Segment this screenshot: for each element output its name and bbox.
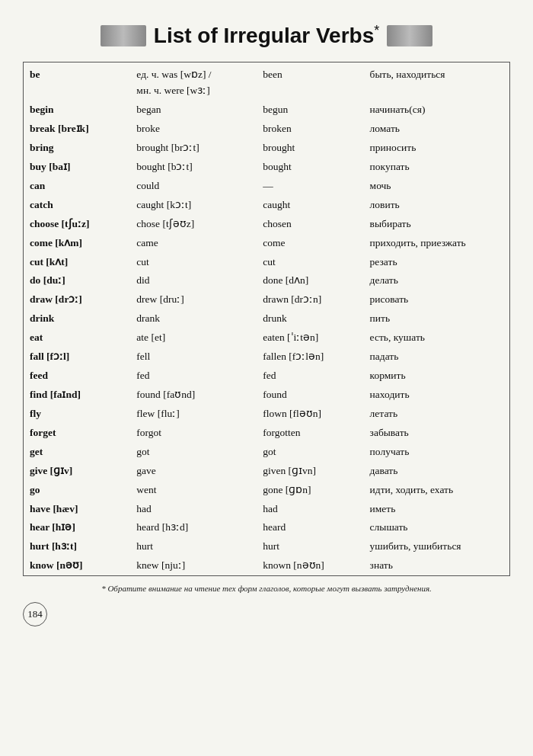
verb-past-simple: drank [130, 309, 257, 328]
verb-past-simple: flew [fluː] [130, 405, 257, 424]
verb-past-simple: got [130, 443, 257, 462]
verb-past-simple: bought [bɔːt] [130, 158, 257, 177]
table-row: drinkdrankdrunkпить [24, 309, 509, 328]
table-row: cut [kʌt]cutcutрезать [24, 253, 509, 272]
verb-table-wrapper: beед. ч. was [wɒz] /мн. ч. were [wɜː]bee… [23, 62, 510, 576]
table-row: catchcaught [kɔːt]caughtловить [24, 196, 509, 215]
page-number: 184 [23, 602, 47, 626]
verb-past-participle: gone [ɡɒn] [257, 481, 363, 500]
table-row: eatate [et]eaten [ˈiːtən]есть, кушать [24, 328, 509, 348]
verb-translation: пить [364, 309, 509, 328]
verb-past-simple: broke [130, 120, 257, 139]
verb-infinitive: have [hæv] [24, 500, 130, 519]
verb-past-simple: began [130, 101, 257, 120]
verb-past-simple: knew [njuː] [130, 556, 257, 575]
verb-translation: ловить [364, 196, 509, 215]
verb-past-participle: come [257, 234, 363, 253]
verb-infinitive: drink [24, 309, 130, 328]
verb-past-simple: went [130, 481, 257, 500]
table-row: choose [tʃuːz]chose [tʃəʊz]chosenвыбират… [24, 215, 509, 234]
verb-translation: выбирать [364, 215, 509, 234]
verb-translation: получать [364, 443, 509, 462]
table-row: gowentgone [ɡɒn]идти, ходить, ехать [24, 481, 509, 500]
verb-infinitive: come [kʌm] [24, 234, 130, 253]
verb-translation: быть, находиться [364, 62, 509, 101]
verb-past-simple: fell [130, 348, 257, 367]
verb-infinitive: know [nəʊ] [24, 556, 130, 575]
verb-past-simple: found [faʊnd] [130, 386, 257, 405]
verb-past-simple: chose [tʃəʊz] [130, 215, 257, 234]
verb-past-participle: given [ɡɪvn] [257, 462, 363, 481]
verb-translation: начинать(ся) [364, 101, 509, 120]
verb-past-simple: brought [brɔːt] [130, 139, 257, 158]
verb-past-participle: caught [257, 196, 363, 215]
table-row: do [duː]diddone [dʌn]делать [24, 271, 509, 290]
title-asterisk: * [374, 23, 379, 38]
table-row: hear [hɪə]heard [hɜːd]heardслышать [24, 518, 509, 537]
verb-past-simple: cut [130, 253, 257, 272]
table-row: give [ɡɪv]gavegiven [ɡɪvn]давать [24, 462, 509, 481]
verb-past-participle: known [nəʊn] [257, 556, 363, 575]
verb-past-participle: done [dʌn] [257, 271, 363, 290]
table-row: getgotgotполучать [24, 443, 509, 462]
verb-translation: покупать [364, 158, 509, 177]
table-row: cancould—мочь [24, 177, 509, 196]
verb-past-simple: caught [kɔːt] [130, 196, 257, 215]
verb-past-participle: eaten [ˈiːtən] [257, 328, 363, 348]
verb-past-participle: had [257, 500, 363, 519]
table-row: break [breɪk]brokebrokenломать [24, 120, 509, 139]
verb-translation: давать [364, 462, 509, 481]
verb-translation: мочь [364, 177, 509, 196]
verb-past-participle: fed [257, 367, 363, 386]
verb-translation: забывать [364, 424, 509, 443]
footnote: * Обратите внимание на чтение тех форм г… [23, 584, 510, 593]
verb-past-simple: heard [hɜːd] [130, 518, 257, 537]
verb-past-participle: bought [257, 158, 363, 177]
verb-infinitive: cut [kʌt] [24, 253, 130, 272]
verb-infinitive: catch [24, 196, 130, 215]
verb-past-simple: ед. ч. was [wɒz] /мн. ч. were [wɜː] [130, 62, 257, 101]
table-row: have [hæv]hadhadиметь [24, 500, 509, 519]
verb-past-participle: drunk [257, 309, 363, 328]
table-row: fall [fɔːl]fellfallen [fɔːlən]падать [24, 348, 509, 367]
table-row: hurt [hɜːt]hurthurtушибить, ушибиться [24, 537, 509, 556]
verb-past-simple: hurt [130, 537, 257, 556]
verb-infinitive: find [faɪnd] [24, 386, 130, 405]
verb-past-participle: — [257, 177, 363, 196]
verb-past-participle: got [257, 443, 363, 462]
table-row: find [faɪnd]found [faʊnd]foundнаходить [24, 386, 509, 405]
verb-past-participle: drawn [drɔːn] [257, 290, 363, 309]
verb-translation: резать [364, 253, 509, 272]
verb-infinitive: fly [24, 405, 130, 424]
verb-infinitive: draw [drɔː] [24, 290, 130, 309]
verb-infinitive: give [ɡɪv] [24, 462, 130, 481]
verb-translation: идти, ходить, ехать [364, 481, 509, 500]
verb-infinitive: hurt [hɜːt] [24, 537, 130, 556]
table-row: feedfedfedкормить [24, 367, 509, 386]
verb-infinitive: feed [24, 367, 130, 386]
page-title: List of Irregular Verbs* [154, 23, 379, 48]
verb-past-simple: could [130, 177, 257, 196]
title-bar: List of Irregular Verbs* [23, 23, 510, 48]
verb-past-participle: forgotten [257, 424, 363, 443]
verb-infinitive: do [duː] [24, 271, 130, 290]
verb-translation: ломать [364, 120, 509, 139]
verb-translation: слышать [364, 518, 509, 537]
verb-translation: приносить [364, 139, 509, 158]
table-row: forgetforgotforgottenзабывать [24, 424, 509, 443]
verb-past-participle: cut [257, 253, 363, 272]
verb-past-participle: hurt [257, 537, 363, 556]
table-row: flyflew [fluː]flown [fləʊn]летать [24, 405, 509, 424]
verb-infinitive: can [24, 177, 130, 196]
verb-translation: находить [364, 386, 509, 405]
verb-past-participle: begun [257, 101, 363, 120]
table-row: draw [drɔː]drew [druː]drawn [drɔːn]рисов… [24, 290, 509, 309]
verb-past-participle: flown [fləʊn] [257, 405, 363, 424]
verb-past-simple: did [130, 271, 257, 290]
title-decoration-right [387, 25, 432, 46]
verb-past-simple: came [130, 234, 257, 253]
table-row: bringbrought [brɔːt]broughtприносить [24, 139, 509, 158]
verb-infinitive: fall [fɔːl] [24, 348, 130, 367]
verb-past-participle: broken [257, 120, 363, 139]
verb-translation: есть, кушать [364, 328, 509, 348]
